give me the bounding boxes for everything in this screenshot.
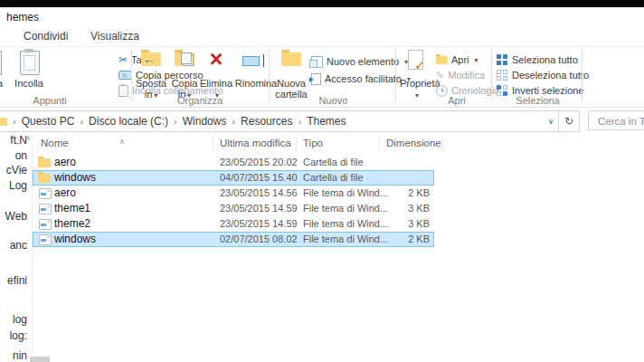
check-icon: ✓ <box>414 58 425 72</box>
folder-icon <box>38 158 51 167</box>
column-header-modified[interactable]: Ultima modifica <box>220 138 291 148</box>
properties-icon: ✓ <box>408 50 423 70</box>
list-header: Nome ∧ Ultima modifica Tipo Dimensione <box>33 134 449 153</box>
theme-file-icon <box>39 234 52 245</box>
address-folder-icon <box>0 118 7 126</box>
refresh-icon[interactable]: ↻ <box>559 115 579 128</box>
move-arrow-icon: ← <box>143 52 156 66</box>
address-dropdown-icon[interactable]: ∨ <box>544 117 558 126</box>
group-separator <box>491 48 492 102</box>
copy-to-folder-icon <box>175 52 194 66</box>
address-bar[interactable]: › Questo PC › Disco locale (C:) › Window… <box>0 110 580 132</box>
navigation-pane: ∧ ft.N on cVie Log Web anc efini log log… <box>0 134 33 362</box>
new-folder-icon <box>281 52 301 66</box>
nav-item[interactable]: log: <box>10 329 27 342</box>
breadcrumb-themes[interactable]: Themes <box>307 115 346 128</box>
nav-item[interactable]: efini <box>7 274 27 287</box>
open-folder-icon <box>436 56 448 64</box>
copy-pages-icon <box>183 54 194 66</box>
theme-file-icon <box>39 188 52 199</box>
crumb-separator: › <box>174 116 177 127</box>
group-label-new: Nuovo <box>271 95 395 106</box>
theme-file-icon <box>39 204 52 214</box>
theme-file-icon <box>39 219 52 230</box>
delete-x-icon: × <box>198 46 234 71</box>
nav-item[interactable]: Log <box>9 179 27 192</box>
group-label-organize: Organizza <box>134 95 266 106</box>
rename-icon <box>242 56 260 66</box>
crumb-separator: › <box>80 116 83 127</box>
ribbon: a Incolla ✂ Taglia U· Copia percorso Inc… <box>0 47 644 108</box>
group-separator <box>395 48 396 102</box>
nav-item[interactable]: ft.N <box>10 134 27 147</box>
nav-item[interactable]: anc <box>10 239 27 252</box>
breadcrumb-windows[interactable]: Windows <box>183 115 227 128</box>
file-row-windows-folder[interactable]: windows 04/07/2015 15.40 Cartella di fil… <box>33 170 434 186</box>
address-row: › Questo PC › Disco locale (C:) › Window… <box>0 108 644 134</box>
nav-item[interactable]: Web <box>5 210 27 223</box>
group-label-open: Apri <box>412 95 502 106</box>
group-separator <box>131 48 132 102</box>
new-item-icon <box>311 56 323 68</box>
crumb-separator: › <box>232 116 235 127</box>
paste-clipboard-icon <box>20 51 40 75</box>
breadcrumb-resources[interactable]: Resources <box>241 115 292 128</box>
column-header-type[interactable]: Tipo <box>303 138 323 148</box>
group-label-clipboard: Appunti <box>0 95 99 106</box>
ribbon-tabs: Condividi Visualizza <box>0 27 644 47</box>
window-title: hemes <box>6 11 39 24</box>
pencil-icon: ✎ <box>436 70 444 81</box>
sort-asc-icon: ∧ <box>119 138 125 146</box>
column-header-size[interactable]: Dimensione <box>386 138 441 148</box>
file-row-aero-theme[interactable]: aero 23/05/2015 14.56 File tema di Wind.… <box>33 186 434 201</box>
select-none-icon <box>497 70 508 81</box>
column-header-name[interactable]: Nome <box>41 138 69 148</box>
breadcrumb-local-disk[interactable]: Disco locale (C:) <box>89 115 168 128</box>
titlebar <box>0 0 644 7</box>
new-item-button[interactable]: Nuovo elemento ▾ <box>311 54 408 69</box>
group-separator <box>269 48 270 102</box>
column-divider[interactable] <box>213 138 213 151</box>
column-divider[interactable] <box>296 138 297 151</box>
group-separator <box>582 48 582 102</box>
dropdown-icon: ▾ <box>475 56 478 64</box>
file-list: Nome ∧ Ultima modifica Tipo Dimensione a… <box>33 134 449 247</box>
folder-icon <box>38 174 51 183</box>
column-divider[interactable] <box>442 138 443 151</box>
edit-button: ✎ Modifica <box>436 68 485 82</box>
copy-path-icon: U· <box>118 71 132 80</box>
group-label-select: Seleziona <box>494 95 582 106</box>
explorer-window: hemes Condividi Visualizza a Incolla ✂ T… <box>0 0 644 362</box>
scissors-icon: ✂ <box>118 53 128 66</box>
tab-view[interactable]: Visualizza <box>90 30 139 43</box>
copy-icon <box>0 51 2 75</box>
nav-item[interactable]: cVie <box>6 164 27 176</box>
nav-item[interactable]: on <box>15 149 27 162</box>
crumb-separator: › <box>298 116 301 127</box>
search-box[interactable] <box>588 110 644 130</box>
file-row-aero-folder[interactable]: aero 23/05/2015 20.02 Cartella di file <box>33 155 434 170</box>
move-to-folder-icon: ← <box>141 52 161 66</box>
breadcrumb-this-pc[interactable]: Questo PC <box>22 115 75 128</box>
column-divider[interactable] <box>379 138 380 151</box>
crumb-separator: › <box>13 116 16 127</box>
select-none-button[interactable]: Deseleziona tutto <box>497 68 589 82</box>
file-row-windows-theme[interactable]: windows 02/07/2015 08.02 File tema di Wi… <box>33 232 434 247</box>
nav-item[interactable]: log <box>13 313 27 326</box>
paste-shortcut-icon <box>118 85 128 97</box>
file-row-theme1[interactable]: theme1 23/05/2015 14.59 File tema di Win… <box>33 201 434 216</box>
scrollbar-fragment <box>30 357 50 362</box>
easy-access-icon <box>311 73 321 85</box>
file-row-theme2[interactable]: theme2 23/05/2015 14.59 File tema di Win… <box>33 216 434 232</box>
search-input[interactable] <box>596 112 644 130</box>
tab-share[interactable]: Condividi <box>24 30 68 43</box>
select-all-icon <box>497 54 508 66</box>
select-all-button[interactable]: Seleziona tutto <box>497 52 578 67</box>
nav-item[interactable]: nin <box>13 349 27 362</box>
open-button[interactable]: Apri ▾ <box>436 52 478 67</box>
